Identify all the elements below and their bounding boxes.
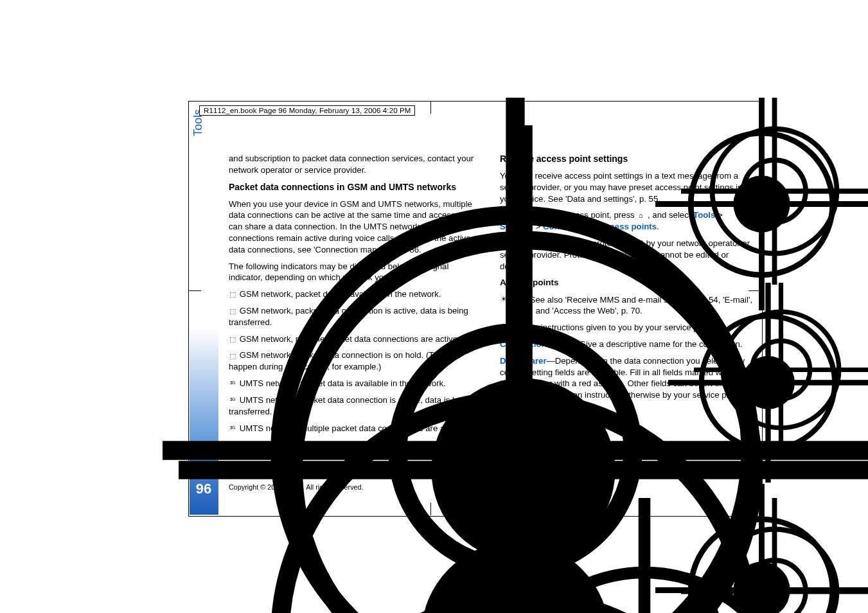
registration-mark-icon bbox=[681, 498, 868, 613]
registration-mark-icon bbox=[694, 283, 868, 457]
registration-mark-icon bbox=[681, 98, 868, 285]
